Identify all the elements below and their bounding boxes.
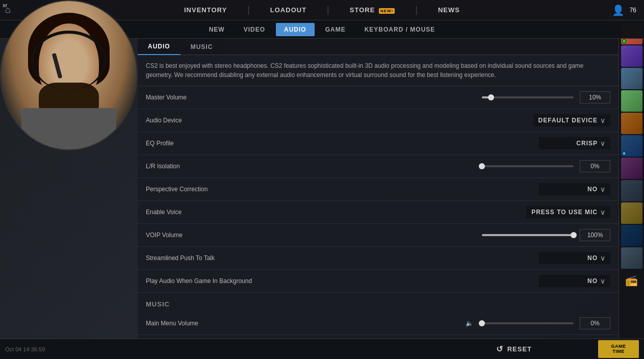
audio-device-chevron: ∨ [600,116,605,124]
subnav-video[interactable]: VIDEO [236,23,273,36]
user-avatar-icon[interactable]: 👤 [612,4,625,16]
setting-streamlined-push-to-talk: Streamlined Push To Talk NO ∨ [138,247,619,270]
bottom-bar: Oct 04 14:36:59 ↺ RESET GAME TIME [0,339,644,359]
viewer-avatar-10[interactable] [621,225,642,246]
master-volume-thumb[interactable] [488,94,494,100]
voip-volume-slider-container[interactable] [482,234,574,236]
lr-isolation-label: L/R Isolation [146,163,482,170]
play-audio-bg-dropdown[interactable]: NO ∨ [539,275,610,287]
perspective-correction-dropdown[interactable]: NO ∨ [539,183,610,195]
lr-isolation-thumb[interactable] [479,163,485,169]
nav-sep-3: | [415,5,418,15]
play-audio-bg-label: Play Audio When Game In Background [146,277,539,285]
master-volume-track[interactable] [482,96,574,98]
eq-profile-label: EQ Profile [146,140,539,147]
main-menu-slider-container[interactable] [482,322,574,324]
viewer-avatar-3[interactable] [621,68,642,89]
reset-label: RESET [507,345,532,353]
audio-device-label: Audio Device [146,117,533,124]
setting-play-audio-background: Play Audio When Game In Background NO ∨ [138,270,619,293]
enable-voice-chevron: ∨ [600,208,605,216]
master-volume-label: Master Volume [146,94,482,101]
settings-content: CS2 is best enjoyed with stereo headphon… [138,55,619,339]
subnav-game[interactable]: GAME [317,23,354,36]
lr-isolation-control: 0% [482,160,610,172]
enable-voice-dropdown[interactable]: PRESS TO USE MIC ∨ [526,206,610,218]
viewer-avatar-9[interactable] [621,202,642,224]
lr-isolation-slider-container[interactable] [482,165,574,167]
setting-voip-volume: VOIP Volume 100% [138,224,619,247]
subnav-new[interactable]: NEW [201,23,233,36]
mute-icon-main[interactable]: 🔈 [466,320,473,327]
viewer-avatar-6[interactable] [621,135,642,157]
store-badge: NEW! [379,8,395,14]
streamlined-push-value: NO [587,254,598,262]
lr-isolation-track[interactable] [482,165,574,167]
main-menu-volume-label: Main Menu Volume [146,320,466,327]
nav-store[interactable]: STORE NEW! [345,4,400,16]
viewer-avatar-7[interactable] [621,158,642,179]
setting-main-menu-volume: Main Menu Volume 🔈 0% [138,312,619,335]
sidebar-radio-btn[interactable]: 📻 [621,270,642,291]
settings-tabs: AUDIO MUSIC [138,39,619,55]
play-audio-bg-chevron: ∨ [600,277,605,285]
main-menu-track[interactable] [482,322,574,324]
main-menu-thumb[interactable] [479,320,485,326]
audio-device-dropdown[interactable]: DEFAULT DEVICE ∨ [533,114,610,126]
enable-voice-value: PRESS TO USE MIC [531,209,598,216]
nav-news[interactable]: NEWS [433,4,465,16]
setting-master-volume: Master Volume 10% [138,86,619,109]
viewer-avatar-4[interactable] [621,90,642,112]
live-indicator-1 [622,39,626,43]
main-menu-volume-value: 0% [580,317,610,329]
nav-right: 👤 76 [612,4,636,16]
voip-volume-track[interactable] [482,234,574,236]
audio-device-value: DEFAULT DEVICE [538,117,598,124]
webcam-overlay [0,0,138,150]
live-indicator-6 [622,151,626,156]
voip-volume-fill [482,234,574,236]
perspective-correction-chevron: ∨ [600,185,605,193]
voip-volume-value: 100% [580,229,610,241]
setting-lr-isolation: L/R Isolation 0% [138,155,619,178]
brand-line2: TIME [611,349,626,354]
reset-button[interactable]: ↺ RESET [496,344,532,354]
nav-sep-1: | [247,5,250,15]
tab-music[interactable]: MUSIC [181,39,223,55]
viewer-avatar-8[interactable] [621,180,642,201]
xr-logo: xr [3,3,7,8]
setting-audio-device: Audio Device DEFAULT DEVICE ∨ [138,109,619,132]
viewer-avatar-11[interactable] [621,247,642,269]
setting-round-start-volume: Round Start Volume 🔈 0% [138,335,619,339]
webcam-shirt [21,108,116,150]
viewer-avatar-2[interactable] [621,45,642,67]
streamlined-push-chevron: ∨ [600,254,605,262]
music-section-header: Music [138,293,619,312]
eq-profile-dropdown[interactable]: CRISP ∨ [539,137,610,149]
brand-logo: GAME TIME [598,340,639,358]
reset-icon: ↺ [496,344,503,354]
headphone [31,31,107,90]
master-volume-value: 10% [580,91,610,104]
main-menu-volume-control: 🔈 0% [466,317,610,329]
tab-audio[interactable]: AUDIO [138,39,181,55]
voip-volume-thumb[interactable] [571,232,577,238]
viewer-avatar-5[interactable] [621,113,642,134]
voip-volume-control: 100% [482,229,610,241]
eq-profile-chevron: ∨ [600,139,605,147]
setting-enable-voice: Enable Voice PRESS TO USE MIC ∨ [138,201,619,224]
enable-voice-label: Enable Voice [146,209,526,216]
setting-eq-profile: EQ Profile CRISP ∨ [138,132,619,155]
voip-volume-label: VOIP Volume [146,232,482,239]
master-volume-slider-container[interactable] [482,96,574,98]
streamlined-push-dropdown[interactable]: NO ∨ [539,252,610,264]
nav-inventory[interactable]: INVENTORY [179,4,232,16]
perspective-correction-value: NO [587,186,598,193]
nav-sep-2: | [327,5,329,15]
subnav-audio[interactable]: AUDIO [276,23,315,36]
right-sidebar: 📻 [619,20,644,339]
audio-description: CS2 is best enjoyed with stereo headphon… [138,55,619,86]
eq-profile-value: CRISP [576,140,598,147]
subnav-keyboard-mouse[interactable]: KEYBOARD / MOUSE [356,23,444,36]
nav-loadout[interactable]: LOADOUT [265,4,312,16]
